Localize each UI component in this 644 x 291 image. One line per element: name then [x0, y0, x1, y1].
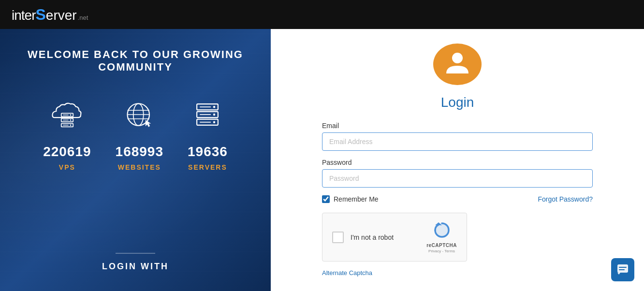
user-icon: [444, 49, 470, 79]
svg-rect-25: [617, 264, 628, 273]
svg-point-17: [213, 106, 215, 108]
welcome-text: WELCOME BACK TO OUR GROWING COMMUNITY: [19, 48, 251, 73]
email-group: Email: [322, 122, 593, 151]
forgot-password-link[interactable]: Forgot Password?: [538, 195, 593, 203]
recaptcha-logo: [433, 221, 451, 242]
password-group: Password: [322, 159, 593, 188]
chat-button[interactable]: [611, 258, 634, 281]
right-panel: Login Email Password Remember Me Forgot …: [271, 29, 644, 291]
logo-s: S: [35, 6, 45, 24]
avatar: [433, 44, 482, 85]
captcha-left: I'm not a robot: [332, 232, 394, 243]
password-label: Password: [322, 159, 593, 166]
logo-erver: erver: [46, 8, 77, 23]
captcha-text: I'm not a robot: [351, 233, 394, 241]
main-container: WELCOME BACK TO OUR GROWING COMMUNITY: [0, 29, 644, 291]
logo: interServer.net: [12, 6, 88, 24]
email-input[interactable]: [322, 132, 593, 151]
stat-servers: 19636 SERVERS: [188, 98, 228, 171]
vps-icon: [50, 98, 84, 136]
logo-net: .net: [78, 14, 88, 21]
servers-label: SERVERS: [188, 163, 227, 171]
svg-point-4: [70, 119, 72, 121]
vps-number: 220619: [43, 144, 91, 160]
svg-point-5: [70, 125, 72, 126]
email-label: Email: [322, 122, 593, 130]
recaptcha-label: reCAPTCHA: [426, 243, 457, 248]
stat-vps: 220619 VPS: [43, 98, 91, 171]
password-input[interactable]: [322, 169, 593, 188]
websites-label: WEBSITES: [118, 163, 161, 171]
servers-icon: [190, 98, 224, 136]
svg-point-3: [70, 115, 72, 116]
remember-me-label: Remember Me: [334, 195, 379, 203]
svg-point-18: [213, 114, 215, 116]
websites-number: 168993: [116, 144, 163, 160]
websites-icon: [122, 98, 156, 136]
stat-websites: 168993 WEBSITES: [116, 98, 163, 171]
servers-number: 19636: [188, 144, 228, 160]
remember-me-group: Remember Me: [322, 195, 379, 203]
remember-me-checkbox[interactable]: [322, 195, 330, 203]
header: interServer.net: [0, 0, 644, 29]
svg-point-19: [213, 121, 215, 123]
checkbox-row: Remember Me Forgot Password?: [322, 195, 593, 203]
captcha-right: reCAPTCHA Privacy - Terms: [426, 221, 457, 253]
login-with-text: LOGIN WITH: [102, 253, 169, 272]
login-form: Email Password Remember Me Forgot Passwo…: [322, 122, 593, 276]
vps-label: VPS: [59, 163, 75, 171]
stats-row: 220619 VPS: [43, 98, 228, 171]
alt-captcha-link[interactable]: Alternate Captcha: [322, 269, 593, 276]
svg-point-23: [452, 53, 463, 63]
recaptcha-privacy: Privacy - Terms: [428, 249, 455, 253]
left-panel: WELCOME BACK TO OUR GROWING COMMUNITY: [0, 29, 271, 291]
login-title: Login: [441, 95, 474, 110]
logo-inter: inter: [12, 8, 35, 23]
captcha-box: I'm not a robot reCAPTCHA Privacy - Term…: [322, 213, 467, 262]
captcha-checkbox[interactable]: [332, 232, 344, 243]
